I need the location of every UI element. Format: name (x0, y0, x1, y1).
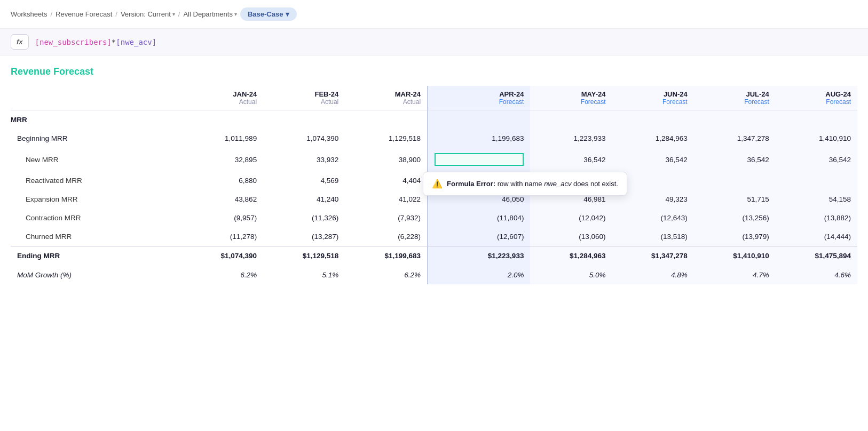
cell-expansion-mrr-jul[interactable]: 51,715 (694, 190, 776, 209)
col-header-may24[interactable]: MAY-24 Forecast (530, 86, 612, 110)
cell-new-mrr-jul[interactable]: 36,542 (694, 148, 776, 171)
cell-churned-mrr-jul[interactable]: (13,979) (694, 227, 776, 246)
cell-beginning-mrr-apr[interactable]: 1,199,683 (428, 129, 530, 148)
version-selector[interactable]: Version: Current ▾ (121, 10, 175, 18)
breadcrumb-worksheets[interactable]: Worksheets (11, 10, 47, 18)
cell-beginning-mrr-mar[interactable]: 1,129,518 (345, 129, 428, 148)
cell-new-mrr-mar[interactable]: 38,900 (345, 148, 428, 171)
cell-contraction-mrr-apr[interactable]: (11,804) (428, 209, 530, 227)
label-beginning-mrr: Beginning MRR (11, 129, 182, 148)
cell-mom-growth-jun[interactable]: 4.8% (612, 266, 694, 285)
cell-mom-growth-aug[interactable]: 4.6% (776, 266, 857, 285)
month-name-apr24: APR-24 (435, 90, 524, 98)
row-mrr-header: MRR (11, 110, 857, 130)
label-ending-mrr: Ending MRR (11, 246, 182, 266)
month-name-mar24: MAR-24 (351, 90, 421, 98)
cell-contraction-mrr-may[interactable]: (12,042) (530, 209, 612, 227)
label-new-mrr: New MRR (11, 148, 182, 171)
cell-ending-mrr-jul[interactable]: $1,410,910 (694, 246, 776, 266)
cell-beginning-mrr-jul[interactable]: 1,347,278 (694, 129, 776, 148)
month-name-aug24: AUG-24 (782, 90, 851, 98)
cell-contraction-mrr-feb[interactable]: (11,326) (263, 209, 345, 227)
cell-reactivated-mrr-feb[interactable]: 4,569 (263, 171, 345, 190)
cell-new-mrr-jan[interactable]: 32,895 (182, 148, 263, 171)
col-header-jul24[interactable]: JUL-24 Forecast (694, 86, 776, 110)
cell-churned-mrr-jan[interactable]: (11,278) (182, 227, 263, 246)
cell-reactivated-mrr-jul[interactable] (694, 171, 776, 190)
cell-expansion-mrr-mar[interactable]: 41,022 (345, 190, 428, 209)
col-header-apr24[interactable]: APR-24 Forecast (428, 86, 530, 110)
col-header-feb24[interactable]: FEB-24 Actual (263, 86, 345, 110)
cell-churned-mrr-mar[interactable]: (6,228) (345, 227, 428, 246)
cell-mom-growth-feb[interactable]: 5.1% (263, 266, 345, 285)
cell-reactivated-mrr-mar[interactable]: 4,404 (345, 171, 428, 190)
cell-mom-growth-jan[interactable]: 6.2% (182, 266, 263, 285)
breadcrumb-revenue-forecast[interactable]: Revenue Forecast (56, 10, 112, 18)
cell-new-mrr-jun[interactable]: 36,542 (612, 148, 694, 171)
cell-ending-mrr-apr[interactable]: $1,223,933 (428, 246, 530, 266)
month-name-jul24: JUL-24 (700, 90, 769, 98)
warning-icon: ⚠️ (432, 179, 443, 189)
cell-beginning-mrr-jan[interactable]: 1,011,989 (182, 129, 263, 148)
cell-churned-mrr-may[interactable]: (13,060) (530, 227, 612, 246)
label-expansion-mrr: Expansion MRR (11, 190, 182, 209)
formula-var1: [new_subscribers] (35, 38, 112, 46)
cell-expansion-mrr-aug[interactable]: 54,158 (776, 190, 857, 209)
label-mom-growth: MoM Growth (%) (11, 266, 182, 285)
cell-new-mrr-apr[interactable]: ⚠️ Formula Error: row with name nwe_acv … (428, 148, 530, 171)
cell-mom-growth-jul[interactable]: 4.7% (694, 266, 776, 285)
version-chevron-icon: ▾ (172, 11, 175, 17)
cell-beginning-mrr-feb[interactable]: 1,074,390 (263, 129, 345, 148)
cell-new-mrr-aug[interactable]: 36,542 (776, 148, 857, 171)
cell-churned-mrr-jun[interactable]: (13,518) (612, 227, 694, 246)
cell-ending-mrr-jun[interactable]: $1,347,278 (612, 246, 694, 266)
formula-text[interactable]: [new_subscribers]*[nwe_acv] (35, 38, 157, 46)
cell-churned-mrr-feb[interactable]: (13,287) (263, 227, 345, 246)
cell-ending-mrr-mar[interactable]: $1,199,683 (345, 246, 428, 266)
cell-contraction-mrr-aug[interactable]: (13,882) (776, 209, 857, 227)
formula-var2: [nwe_acv] (116, 38, 156, 46)
row-churned-mrr: Churned MRR (11,278) (13,287) (6,228) (1… (11, 227, 857, 246)
month-sub-apr24: Forecast (435, 98, 524, 106)
cell-churned-mrr-apr[interactable]: (12,607) (428, 227, 530, 246)
cell-ending-mrr-may[interactable]: $1,284,963 (530, 246, 612, 266)
cell-reactivated-mrr-jan[interactable]: 6,880 (182, 171, 263, 190)
scenario-chevron-icon: ▾ (286, 10, 289, 18)
label-reactivated-mrr: Reactivated MRR (11, 171, 182, 190)
label-mrr: MRR (11, 110, 182, 130)
cell-mom-growth-apr[interactable]: 2.0% (428, 266, 530, 285)
cell-contraction-mrr-mar[interactable]: (7,932) (345, 209, 428, 227)
cell-contraction-mrr-jan[interactable]: (9,957) (182, 209, 263, 227)
forecast-table: JAN-24 Actual FEB-24 Actual MAR-24 Actua… (11, 86, 857, 284)
cell-new-mrr-feb[interactable]: 33,932 (263, 148, 345, 171)
month-name-jan24: JAN-24 (188, 90, 257, 98)
breadcrumb: Worksheets / Revenue Forecast / Version:… (0, 0, 868, 29)
cell-churned-mrr-aug[interactable]: (14,444) (776, 227, 857, 246)
cell-contraction-mrr-jul[interactable]: (13,256) (694, 209, 776, 227)
col-header-mar24[interactable]: MAR-24 Actual (345, 86, 428, 110)
cell-expansion-mrr-jan[interactable]: 43,862 (182, 190, 263, 209)
row-contraction-mrr: Contraction MRR (9,957) (11,326) (7,932)… (11, 209, 857, 227)
department-selector[interactable]: All Departments ▾ (183, 10, 236, 18)
col-header-aug24[interactable]: AUG-24 Forecast (776, 86, 857, 110)
cell-beginning-mrr-may[interactable]: 1,223,933 (530, 129, 612, 148)
row-ending-mrr: Ending MRR $1,074,390 $1,129,518 $1,199,… (11, 246, 857, 266)
cell-beginning-mrr-jun[interactable]: 1,284,963 (612, 129, 694, 148)
month-sub-jul24: Forecast (700, 98, 769, 106)
scenario-badge[interactable]: Base-Case ▾ (240, 7, 297, 21)
col-header-jun24[interactable]: JUN-24 Forecast (612, 86, 694, 110)
cell-beginning-mrr-aug[interactable]: 1,410,910 (776, 129, 857, 148)
cell-reactivated-mrr-aug[interactable] (776, 171, 857, 190)
cell-ending-mrr-feb[interactable]: $1,129,518 (263, 246, 345, 266)
cell-mom-growth-mar[interactable]: 6.2% (345, 266, 428, 285)
cell-ending-mrr-jan[interactable]: $1,074,390 (182, 246, 263, 266)
cell-mom-growth-may[interactable]: 5.0% (530, 266, 612, 285)
cell-new-mrr-may[interactable]: 36,542 (530, 148, 612, 171)
month-sub-jun24: Forecast (619, 98, 688, 106)
cell-contraction-mrr-jun[interactable]: (12,643) (612, 209, 694, 227)
row-mom-growth: MoM Growth (%) 6.2% 5.1% 6.2% 2.0% 5.0% … (11, 266, 857, 285)
col-header-jan24[interactable]: JAN-24 Actual (182, 86, 263, 110)
cell-expansion-mrr-feb[interactable]: 41,240 (263, 190, 345, 209)
formula-icon: fx (11, 34, 29, 50)
cell-ending-mrr-aug[interactable]: $1,475,894 (776, 246, 857, 266)
